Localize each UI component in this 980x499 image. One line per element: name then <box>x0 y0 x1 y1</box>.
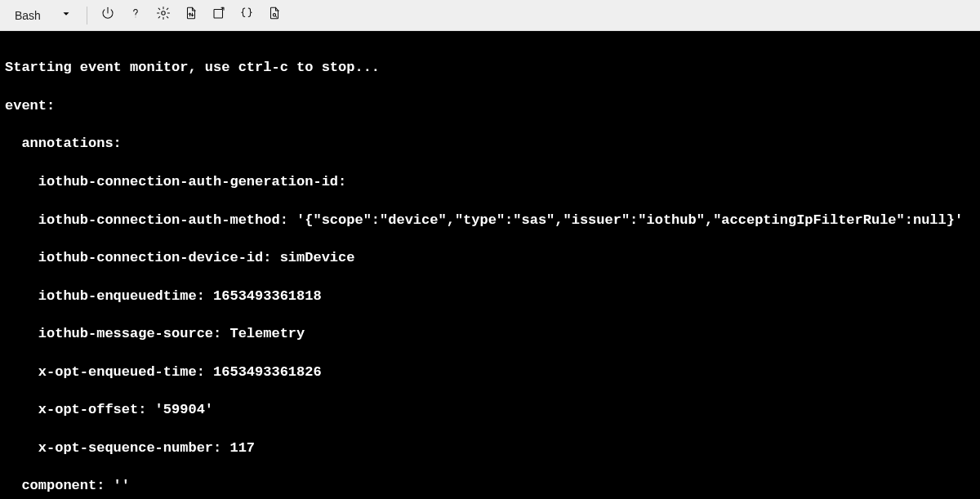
cloud-shell-toolbar: Bash <box>0 0 980 31</box>
output-line: Starting event monitor, use ctrl-c to st… <box>5 58 975 77</box>
output-line: event: <box>5 96 975 115</box>
editor-button[interactable] <box>234 3 259 28</box>
help-button[interactable] <box>123 3 148 28</box>
output-line: x-opt-offset: '59904' <box>5 400 975 419</box>
restart-button[interactable] <box>96 3 120 28</box>
new-session-button[interactable] <box>207 3 231 28</box>
output-line: iothub-message-source: Telemetry <box>5 324 975 343</box>
help-icon <box>128 6 143 25</box>
settings-button[interactable] <box>151 3 176 28</box>
svg-rect-2 <box>214 10 223 19</box>
output-line: x-opt-sequence-number: 117 <box>5 439 975 457</box>
output-line: annotations: <box>5 134 975 153</box>
preview-icon <box>267 6 282 25</box>
output-line: iothub-connection-auth-generation-id: <box>5 172 975 191</box>
output-line: x-opt-enqueued-time: 1653493361826 <box>5 363 975 381</box>
svg-point-0 <box>135 16 136 17</box>
braces-icon <box>239 6 254 25</box>
new-session-icon <box>212 6 226 25</box>
terminal-output[interactable]: Starting event monitor, use ctrl-c to st… <box>0 31 980 499</box>
toolbar-separator <box>87 7 87 25</box>
output-line: iothub-connection-auth-method: '{"scope"… <box>5 211 975 229</box>
upload-download-button[interactable] <box>179 3 203 28</box>
output-line: component: '' <box>5 476 975 495</box>
web-preview-button[interactable] <box>262 3 287 28</box>
shell-selector-label: Bash <box>15 9 41 22</box>
chevron-down-icon <box>60 8 72 22</box>
output-line: iothub-connection-device-id: simDevice <box>5 248 975 267</box>
file-transfer-icon <box>184 6 198 25</box>
gear-icon <box>156 6 171 25</box>
svg-point-1 <box>162 11 166 16</box>
output-line: iothub-enqueuedtime: 1653493361818 <box>5 287 975 305</box>
shell-selector[interactable]: Bash <box>8 5 78 25</box>
power-icon <box>100 6 115 25</box>
